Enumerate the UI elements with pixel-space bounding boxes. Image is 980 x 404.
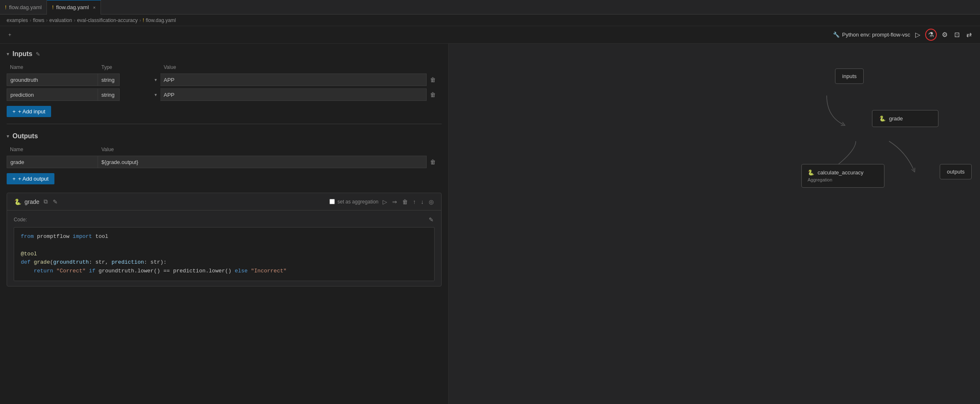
input-name-groundtruth[interactable] xyxy=(7,73,98,86)
settings-button[interactable]: ⚙ xyxy=(940,29,949,40)
node-move-down-button[interactable]: ↓ xyxy=(420,198,425,206)
input-value-groundtruth[interactable] xyxy=(160,73,427,86)
code-label-row: Code: ✎ xyxy=(14,215,435,224)
inputs-col-value: Value xyxy=(164,64,423,70)
node-run-variant-button[interactable]: ⇒ xyxy=(391,198,398,206)
aggregation-label: set as aggregation xyxy=(337,199,378,205)
python-env-label: Python env: prompt-flow-vsc xyxy=(842,32,910,38)
output-name-grade[interactable] xyxy=(7,156,98,168)
tab-1[interactable]: ! flow.dag.yaml xyxy=(0,0,47,15)
flow-diagram-panel: inputs 🐍 grade 🐍 calculate_accuracy Aggr… xyxy=(449,44,980,404)
outputs-chevron-icon: ▾ xyxy=(7,133,9,139)
input-type-groundtruth[interactable]: string int bool list object xyxy=(98,73,120,86)
delete-output-grade-button[interactable]: 🗑 xyxy=(427,156,442,168)
node-settings-button[interactable]: ◎ xyxy=(428,198,435,206)
breadcrumb-flows[interactable]: flows xyxy=(33,17,44,23)
tab-bar: ! flow.dag.yaml ! flow.dag.yaml × xyxy=(0,0,980,15)
outputs-section: ▾ Outputs Name Value 🗑 + + Add output xyxy=(7,132,442,184)
flow-calculate-python-icon: 🐍 xyxy=(808,169,814,176)
input-value-prediction[interactable] xyxy=(160,88,427,101)
tab2-warning-icon: ! xyxy=(52,4,54,10)
breadcrumb-eval-classification[interactable]: eval-classification-accuracy xyxy=(77,17,138,23)
grade-copy-button[interactable]: ⧉ xyxy=(43,197,49,206)
breadcrumb-sep2: › xyxy=(46,17,48,23)
flow-arrows-svg xyxy=(449,44,980,404)
input-row-prediction: string int bool list object 🗑 xyxy=(7,88,442,101)
section-divider xyxy=(7,124,442,124)
toolbar-left: + xyxy=(7,31,13,39)
code-block: from promptflow import tool @tool def gr… xyxy=(14,227,435,281)
flow-grade-node[interactable]: 🐍 grade xyxy=(872,110,938,127)
flow-inputs-node[interactable]: inputs xyxy=(835,69,864,84)
add-input-label: + Add input xyxy=(18,108,45,115)
breadcrumb-sep4: › xyxy=(139,17,141,23)
delete-groundtruth-button[interactable]: 🗑 xyxy=(427,73,442,86)
python-icon: 🔧 xyxy=(833,32,840,38)
inputs-section: ▾ Inputs ✎ Name Type Value string int bo… xyxy=(7,50,442,117)
main-layout: ▾ Inputs ✎ Name Type Value string int bo… xyxy=(0,44,980,404)
flow-canvas: inputs 🐍 grade 🐍 calculate_accuracy Aggr… xyxy=(449,44,980,404)
flow-outputs-node[interactable]: outputs xyxy=(940,164,972,179)
tab2-label: flow.dag.yaml xyxy=(56,4,89,10)
add-output-button[interactable]: + + Add output xyxy=(7,173,54,184)
inputs-section-header[interactable]: ▾ Inputs ✎ xyxy=(7,50,442,58)
code-edit-button[interactable]: ✎ xyxy=(428,215,435,224)
flask-button[interactable]: ⚗ xyxy=(925,29,937,41)
outputs-table-header: Name Value xyxy=(7,145,442,154)
breadcrumb-sep1: › xyxy=(29,17,31,23)
aggregation-checkbox[interactable] xyxy=(329,199,335,204)
grade-edit-button[interactable]: ✎ xyxy=(52,198,59,206)
inputs-edit-icon[interactable]: ✎ xyxy=(36,51,40,57)
toolbar-right: 🔧 Python env: prompt-flow-vsc ▷ ⚗ ⚙ ⊡ ⇄ xyxy=(833,29,973,41)
input-type-prediction[interactable]: string int bool list object xyxy=(98,88,120,101)
output-value-grade[interactable] xyxy=(98,156,427,168)
grade-node-name: grade xyxy=(25,198,39,205)
breadcrumb-filename[interactable]: flow.dag.yaml xyxy=(146,17,176,23)
breadcrumb-examples[interactable]: examples xyxy=(7,17,28,23)
flow-grade-python-icon: 🐍 xyxy=(879,115,886,122)
python-logo-icon: 🐍 xyxy=(14,198,21,206)
grade-node-header: 🐍 grade ⧉ ✎ set as aggregation ▷ ⇒ 🗑 ↑ ↓… xyxy=(7,193,441,211)
flow-calculate-node[interactable]: 🐍 calculate_accuracy Aggregation xyxy=(801,164,884,188)
flow-calculate-label: calculate_accuracy xyxy=(818,169,864,176)
flow-outputs-label: outputs xyxy=(947,169,965,175)
tab2-close-button[interactable]: × xyxy=(93,5,96,10)
output-row-grade: 🗑 xyxy=(7,156,442,168)
node-run-button[interactable]: ▷ xyxy=(382,198,388,206)
tab1-warning-icon: ! xyxy=(5,4,7,10)
flow-calculate-aggregation-label: Aggregation xyxy=(808,177,878,182)
outputs-section-header[interactable]: ▾ Outputs xyxy=(7,132,442,140)
inputs-col-name: Name xyxy=(10,64,101,70)
breadcrumb-evaluation[interactable]: evaluation xyxy=(49,17,72,23)
python-env-display: 🔧 Python env: prompt-flow-vsc xyxy=(833,32,910,38)
input-name-prediction[interactable] xyxy=(7,88,98,101)
branch-button[interactable]: ⇄ xyxy=(965,29,973,40)
outputs-section-title: Outputs xyxy=(12,132,38,140)
outputs-col-value: Value xyxy=(101,147,423,152)
run-button[interactable]: ▷ xyxy=(914,29,922,40)
input-type-wrapper-prediction: string int bool list object xyxy=(98,88,160,101)
node-move-up-button[interactable]: ↑ xyxy=(412,198,417,206)
add-output-plus-icon: + xyxy=(12,176,16,182)
delete-prediction-button[interactable]: 🗑 xyxy=(427,88,442,101)
add-resource-button[interactable]: + xyxy=(7,31,13,39)
grade-node-actions: set as aggregation ▷ ⇒ 🗑 ↑ ↓ ◎ xyxy=(329,198,435,206)
tab-2[interactable]: ! flow.dag.yaml × xyxy=(47,0,101,15)
grade-code-section: Code: ✎ from promptflow import tool @too… xyxy=(7,211,441,286)
add-input-button[interactable]: + + Add input xyxy=(7,106,51,117)
flow-grade-label: grade xyxy=(889,115,903,122)
add-output-label: + Add output xyxy=(18,176,49,182)
input-row-groundtruth: string int bool list object 🗑 xyxy=(7,73,442,86)
split-button[interactable]: ⊡ xyxy=(953,29,961,40)
toolbar: + 🔧 Python env: prompt-flow-vsc ▷ ⚗ ⚙ ⊡ … xyxy=(0,26,980,44)
flow-inputs-label: inputs xyxy=(842,73,857,79)
inputs-col-type: Type xyxy=(101,64,164,70)
outputs-col-name: Name xyxy=(10,147,101,152)
tab1-label: flow.dag.yaml xyxy=(9,4,42,10)
breadcrumb-warning-icon: ! xyxy=(142,17,144,23)
input-type-wrapper-groundtruth: string int bool list object xyxy=(98,73,160,86)
breadcrumb-sep3: › xyxy=(74,17,75,23)
breadcrumb: examples › flows › evaluation › eval-cla… xyxy=(0,15,980,26)
node-delete-button[interactable]: 🗑 xyxy=(401,198,409,206)
add-input-plus-icon: + xyxy=(12,108,16,115)
